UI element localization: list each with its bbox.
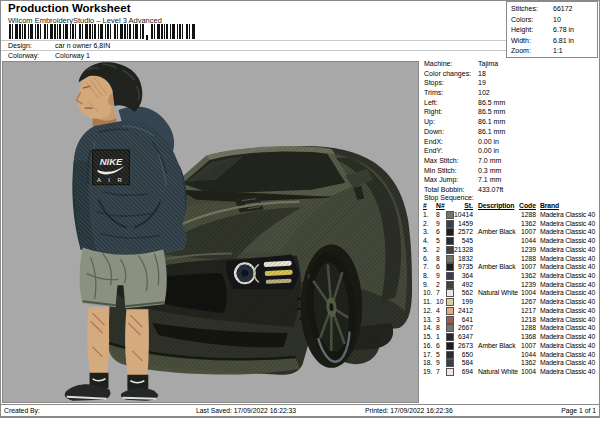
needle-number: 2 [436,281,446,290]
machine-row: Left:86.5 mm [424,98,598,108]
machine-label: Color changes: [424,69,471,79]
machine-value: 0.00 in [478,137,499,147]
stop-sequence-row: 8.93641362Madeira Classic 40 [421,272,598,281]
stat-label: Zoom: [511,46,531,57]
stop-sequence-row: 17.56501044Madeira Classic 40 [421,351,598,360]
thread-code: 1007 [519,342,536,351]
stitch-count: 2667 [451,324,473,333]
machine-row: Min Stitch:0.3 mm [424,166,598,176]
machine-value: 0.3 mm [478,166,501,176]
stop-sequence-row: 16.62673Amber Black1007Madeira Classic 4… [421,342,598,351]
thread-description: Natural White [478,368,520,377]
thread-code: 1288 [519,255,536,264]
stitch-count: 9735 [451,263,473,272]
stop-sequence-row: 14.826671288Madeira Classic 40 [421,324,598,333]
machine-value: 86.1 mm [478,117,505,127]
column-header-code: Code [519,202,536,209]
stop-number: 4. [423,237,434,246]
needle-number: 8 [436,211,446,220]
machine-value: 7.1 mm [478,175,501,185]
stat-value: 6.78 in [553,25,574,36]
barcode-icon [8,24,198,40]
thread-brand: Madeira Classic 40 [540,351,598,360]
footer-last-saved: Last Saved: 17/09/2022 16:22:33 [196,405,296,416]
footer-printed: Printed: 17/09/2022 16:22:36 [365,405,453,416]
needle-number: 7 [436,368,446,377]
stop-sequence-row: 3.62572Amber Black1007Madeira Classic 40 [421,228,598,237]
machine-row: Machine:Tajima [424,59,598,69]
stop-number: 19. [423,368,434,377]
stat-row: Height:6.78 in [507,25,597,36]
stop-number: 9. [423,281,434,290]
thread-code: 1239 [519,281,536,290]
stat-row: Zoom:1:1 [507,46,597,57]
stat-row: Colors:10 [507,15,597,26]
machine-value: 433.07ft [478,185,503,195]
stitch-count: 199 [451,298,473,307]
stitch-count: 1832 [451,255,473,264]
machine-label: EndX: [424,137,443,147]
needle-number: 1 [436,333,446,342]
needle-number: 8 [436,324,446,333]
machine-row: EndX:0.00 in [424,137,598,147]
thread-code: 1288 [519,211,536,220]
stop-sequence-row: 6.818321288Madeira Classic 40 [421,255,598,264]
machine-label: Down: [424,127,444,137]
stop-sequence-row: 7.69735Amber Black1007Madeira Classic 40 [421,263,598,272]
thread-brand: Madeira Classic 40 [540,333,598,342]
machine-value: Tajima [478,59,498,69]
design-preview-area: NIKE A I R [2,61,419,403]
embroidery-design: NIKE A I R [3,62,418,402]
machine-label: Stops: [424,78,444,88]
stop-number: 3. [423,228,434,237]
stop-sequence-row: 5.2213281239Madeira Classic 40 [421,246,598,255]
stop-sequence-row: 9.24921239Madeira Classic 40 [421,281,598,290]
needle-number: 6 [436,342,446,351]
machine-row: Up:86.1 mm [424,117,598,127]
stitch-count: 21328 [451,246,473,255]
needle-number: 5 [436,237,446,246]
thread-brand: Madeira Classic 40 [540,246,598,255]
stat-row: Width:6.81 in [507,36,597,47]
stop-number: 16. [423,342,434,351]
thread-code: 1288 [519,324,536,333]
column-header-needle: N# [436,202,446,209]
thread-brand: Madeira Classic 40 [540,281,598,290]
machine-row: Down:86.1 mm [424,127,598,137]
machine-label: Max Stitch: [424,156,459,166]
stop-number: 5. [423,246,434,255]
stop-sequence-row: 12.424121217Madeira Classic 40 [421,307,598,316]
machine-value: 7.0 mm [478,156,501,166]
stop-sequence-table: 1.8104141288Madeira Classic 402.91459136… [421,211,598,377]
stop-number: 12. [423,307,434,316]
stitch-count: 545 [451,237,473,246]
stat-value: 66172 [553,4,572,15]
machine-value: 18 [478,69,486,79]
needle-number: 9 [436,359,446,368]
thread-code: 1362 [519,359,536,368]
stat-label: Width: [511,36,531,47]
thread-code: 1044 [519,351,536,360]
stop-sequence-row: 2.914591362Madeira Classic 40 [421,220,598,229]
stitch-count: 492 [451,281,473,290]
needle-number: 6 [436,263,446,272]
machine-row: Color changes:18 [424,69,598,79]
thread-brand: Madeira Classic 40 [540,298,598,307]
stitch-count: 6347 [451,333,473,342]
needle-number: 5 [436,351,446,360]
machine-label: Right: [424,107,442,117]
stitch-count: 1459 [451,220,473,229]
thread-brand: Madeira Classic 40 [540,324,598,333]
machine-value: 0.00 in [478,146,499,156]
stop-number: 8. [423,272,434,281]
machine-label: Up: [424,117,435,127]
colorway-label: Colorway: [8,51,39,60]
thread-brand: Madeira Classic 40 [540,368,598,377]
thread-brand: Madeira Classic 40 [540,316,598,325]
thread-brand: Madeira Classic 40 [540,237,598,246]
stop-sequence-row: 15.163471368Madeira Classic 40 [421,333,598,342]
stat-row: Stitches:66172 [507,4,597,15]
needle-number: 10 [436,298,446,307]
thread-code: 1362 [519,220,536,229]
column-header-st: St. [451,202,473,209]
